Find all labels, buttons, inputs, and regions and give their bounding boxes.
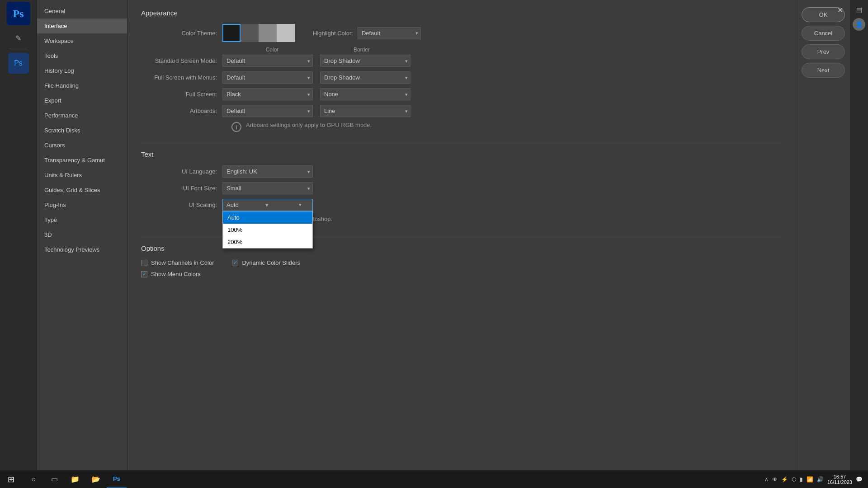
user-avatar[interactable]: 👤 (853, 18, 865, 31)
nav-item-general[interactable]: General (37, 4, 127, 19)
nav-item-interface[interactable]: Interface (37, 19, 127, 33)
ps-icon-tool[interactable]: Ps (8, 53, 29, 74)
show-channels-label: Show Channels in Color (151, 259, 214, 266)
standard-screen-row: Standard Screen Mode: Default Drop Shado… (141, 55, 782, 67)
show-menu-colors-item: Show Menu Colors (141, 271, 201, 277)
close-button[interactable]: ✕ (834, 4, 846, 16)
dynamic-color-item: Dynamic Color Sliders (232, 259, 300, 266)
col-header-border: Border (326, 47, 398, 53)
nav-item-cursors[interactable]: Cursors (37, 138, 127, 153)
ui-language-label: UI Language: (141, 168, 222, 175)
nav-item-tools[interactable]: Tools (37, 48, 127, 63)
taskbar-wifi-icon[interactable]: 📶 (807, 476, 813, 483)
taskbar-clock[interactable]: 16:57 16/11/2023 (827, 474, 852, 485)
taskbar-color-icon[interactable]: ⬡ (792, 476, 796, 483)
standard-screen-border-select[interactable]: Drop Shadow (320, 55, 410, 67)
col-header-color: Color (222, 47, 322, 53)
theme-swatch-medium-dark[interactable] (241, 24, 259, 42)
panel-icon-layers[interactable]: ▤ (853, 4, 865, 16)
options-row-2: Show Menu Colors (141, 271, 782, 277)
ui-scaling-option-auto[interactable]: Auto (223, 211, 312, 224)
swatch-wrapper-1 (222, 24, 241, 42)
standard-screen-label: Standard Screen Mode: (141, 57, 222, 64)
next-button[interactable]: Next (802, 63, 845, 78)
nav-item-units-rulers[interactable]: Units & Rulers (37, 168, 127, 183)
full-screen-menus-value: Default Drop Shadow (222, 71, 782, 84)
show-menu-colors-label: Show Menu Colors (151, 271, 201, 277)
taskbar-volume-icon[interactable]: 🔊 (817, 476, 824, 483)
artboards-value: Default Line (222, 105, 782, 117)
ui-font-size-select[interactable]: Small (222, 182, 313, 194)
nav-item-export[interactable]: Export (37, 93, 127, 108)
full-screen-menus-row: Full Screen with Menus: Default Drop Sha… (141, 71, 782, 84)
options-section: Options Show Channels in Color Dynamic C… (141, 244, 782, 277)
theme-swatch-medium[interactable] (259, 24, 277, 42)
full-screen-border-select[interactable]: None (320, 88, 410, 100)
full-screen-menus-color-select[interactable]: Default (222, 71, 313, 84)
standard-screen-color-select[interactable]: Default (222, 55, 313, 67)
artboard-info-row: i Artboard settings only apply to GPU RG… (231, 122, 782, 132)
artboards-border-wrapper: Line (320, 105, 410, 117)
swatch-wrapper-2 (241, 24, 259, 42)
start-button[interactable]: ⊞ (0, 470, 22, 488)
dynamic-color-checkbox[interactable] (232, 260, 238, 266)
full-screen-color-select[interactable]: Black (222, 88, 313, 100)
show-channels-item: Show Channels in Color (141, 259, 214, 266)
taskbar-notification-icon[interactable]: 💬 (856, 476, 863, 483)
cancel-button[interactable]: Cancel (802, 26, 845, 41)
appearance-section: Appearance Color Theme: (141, 9, 782, 132)
artboards-border-select[interactable]: Line (320, 105, 410, 117)
taskbar-eye-icon[interactable]: 👁 (772, 476, 778, 483)
theme-swatch-dark[interactable] (222, 24, 241, 42)
ps-logo: Ps (7, 2, 30, 25)
taskbar-icons: ○ ▭ 📁 📂 Ps (22, 470, 128, 488)
nav-item-3d[interactable]: 3D (37, 227, 127, 242)
full-screen-border-wrapper: None (320, 88, 410, 100)
text-section-title: Text (141, 150, 782, 158)
ui-scaling-option-200[interactable]: 200% (223, 236, 312, 248)
ui-font-size-row: UI Font Size: Small (141, 182, 782, 194)
highlight-color-select[interactable]: Default (358, 27, 421, 39)
taskbar-task-view[interactable]: ▭ (44, 470, 64, 488)
taskbar-bluetooth-icon[interactable]: ⚡ (781, 476, 788, 483)
full-screen-menus-label: Full Screen with Menus: (141, 74, 222, 81)
show-menu-colors-checkbox[interactable] (141, 271, 147, 277)
nav-item-guides-grid-slices[interactable]: Guides, Grid & Slices (37, 183, 127, 197)
taskbar-folder[interactable]: 📂 (86, 470, 106, 488)
taskbar-chevron-icon[interactable]: ∧ (764, 476, 769, 483)
color-theme-label: Color Theme: (141, 30, 222, 37)
info-icon: i (231, 122, 241, 132)
nav-item-workspace[interactable]: Workspace (37, 33, 127, 48)
nav-item-technology-previews[interactable]: Technology Previews (37, 242, 127, 257)
ui-language-select-wrapper: English: UK (222, 165, 313, 178)
taskbar-date-value: 16/11/2023 (827, 479, 852, 485)
full-screen-row: Full Screen: Black None (141, 88, 782, 100)
nav-item-file-handling[interactable]: File Handling (37, 78, 127, 93)
highlight-color-label: Highlight Color: (313, 30, 353, 37)
ui-language-select[interactable]: English: UK (222, 165, 313, 178)
ui-language-value: English: UK (222, 165, 782, 178)
nav-item-performance[interactable]: Performance (37, 108, 127, 123)
section-separator-1 (141, 143, 782, 143)
nav-item-scratch-disks[interactable]: Scratch Disks (37, 123, 127, 138)
ui-scaling-select-display[interactable]: Auto ▾ (222, 199, 313, 211)
nav-item-type[interactable]: Type (37, 212, 127, 227)
artboards-color-select[interactable]: Default (222, 105, 313, 117)
taskbar-file-explorer[interactable]: 📁 (65, 470, 85, 488)
taskbar-photoshop[interactable]: Ps (107, 470, 127, 488)
eyedropper-tool[interactable]: ✎ (10, 30, 27, 46)
taskbar-search[interactable]: ○ (24, 470, 43, 488)
ui-scaling-option-100[interactable]: 100% (223, 224, 312, 236)
nav-item-history-log[interactable]: History Log (37, 63, 127, 78)
show-channels-checkbox[interactable] (141, 260, 147, 266)
full-screen-menus-border-select[interactable]: Drop Shadow (320, 71, 410, 84)
ui-scaling-row: UI Scaling: Auto ▾ Auto 100% 200% (141, 199, 782, 211)
theme-swatch-light[interactable] (277, 24, 295, 42)
taskbar-battery-icon[interactable]: ▮ (800, 476, 803, 483)
nav-item-plug-ins[interactable]: Plug-Ins (37, 197, 127, 212)
nav-item-transparency-gamut[interactable]: Transparency & Gamut (37, 153, 127, 168)
color-theme-group (222, 24, 295, 42)
standard-screen-color-wrapper: Default (222, 55, 313, 67)
dialog-buttons: OK Cancel Prev Next (796, 0, 850, 470)
prev-button[interactable]: Prev (802, 44, 845, 59)
